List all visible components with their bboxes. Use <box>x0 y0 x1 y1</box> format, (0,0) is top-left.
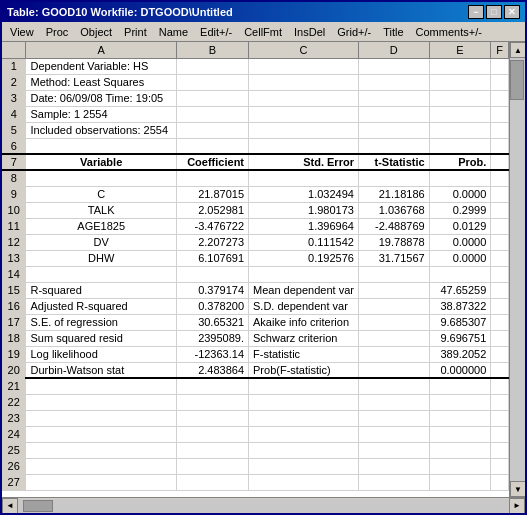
table-row: 4 Sample: 1 2554 <box>2 106 509 122</box>
table-row: 15 R-squared 0.379174 Mean dependent var… <box>2 282 509 298</box>
menu-item-name[interactable]: Name <box>153 24 194 40</box>
table-row: 16 Adjusted R-squared 0.378200 S.D. depe… <box>2 298 509 314</box>
title-controls: − □ ✕ <box>468 5 520 19</box>
table-row: 8 <box>2 170 509 186</box>
table-row: 26 <box>2 458 509 474</box>
table-row: 10 TALK 2.052981 1.980173 1.036768 0.299… <box>2 202 509 218</box>
column-header-row: 7 Variable Coefficient Std. Error t-Stat… <box>2 154 509 170</box>
title-text: Table: GOOD10 Workfile: DTGOOD\Untitled <box>7 6 233 18</box>
col-header-f: F <box>491 42 509 58</box>
scroll-down-button[interactable]: ▼ <box>510 481 525 497</box>
menu-item-cellfmt[interactable]: CellFmt <box>238 24 288 40</box>
col-header-a: A <box>26 42 176 58</box>
table-row: 6 <box>2 138 509 154</box>
scroll-left-button[interactable]: ◄ <box>2 498 18 514</box>
scroll-track-horizontal <box>18 499 509 513</box>
scroll-up-button[interactable]: ▲ <box>510 42 525 58</box>
menu-item-proc[interactable]: Proc <box>40 24 75 40</box>
table-row: 21 <box>2 378 509 394</box>
menu-item-view[interactable]: View <box>4 24 40 40</box>
main-window: Table: GOOD10 Workfile: DTGOOD\Untitled … <box>0 0 527 515</box>
menu-item-title[interactable]: Title <box>377 24 409 40</box>
scroll-thumb-vertical[interactable] <box>510 60 524 100</box>
maximize-button[interactable]: □ <box>486 5 502 19</box>
table-row: 13 DHW 6.107691 0.192576 31.71567 0.0000 <box>2 250 509 266</box>
table-row: 17 S.E. of regression 30.65321 Akaike in… <box>2 314 509 330</box>
table-row: 3 Date: 06/09/08 Time: 19:05 <box>2 90 509 106</box>
minimize-button[interactable]: − <box>468 5 484 19</box>
vertical-scrollbar[interactable]: ▲ ▼ <box>509 42 525 497</box>
table-row: 11 AGE1825 -3.476722 1.396964 -2.488769 … <box>2 218 509 234</box>
col-header-e: E <box>429 42 491 58</box>
table-row: 19 Log likelihood -12363.14 F-statistic … <box>2 346 509 362</box>
table-row: 9 C 21.87015 1.032494 21.18186 0.0000 <box>2 186 509 202</box>
col-header-c: C <box>249 42 359 58</box>
menu-bar: ViewProcObjectPrintNameEdit+/-CellFmtIns… <box>2 22 525 42</box>
table-row: 12 DV 2.207273 0.111542 19.78878 0.0000 <box>2 234 509 250</box>
menu-item-insdel[interactable]: InsDel <box>288 24 331 40</box>
table-row: 25 <box>2 442 509 458</box>
table-row: 24 <box>2 426 509 442</box>
table-row: 27 <box>2 474 509 490</box>
menu-item-edit[interactable]: Edit+/- <box>194 24 238 40</box>
menu-item-object[interactable]: Object <box>74 24 118 40</box>
menu-item-grid[interactable]: Grid+/- <box>331 24 377 40</box>
scroll-right-button[interactable]: ► <box>509 498 525 514</box>
scroll-track-vertical <box>510 58 525 481</box>
horizontal-scrollbar[interactable]: ◄ ► <box>2 497 525 513</box>
table-row: 14 <box>2 266 509 282</box>
table-row: 23 <box>2 410 509 426</box>
col-header-d: D <box>358 42 429 58</box>
table-row: 5 Included observations: 2554 <box>2 122 509 138</box>
table-row: 1 Dependent Variable: HS <box>2 58 509 74</box>
table-row: 2 Method: Least Squares <box>2 74 509 90</box>
col-header-b: B <box>176 42 248 58</box>
menu-item-print[interactable]: Print <box>118 24 153 40</box>
col-header-row: A B C D E F <box>2 42 509 58</box>
table-row: 20 Durbin-Watson stat 2.483864 Prob(F-st… <box>2 362 509 378</box>
table-row: 18 Sum squared resid 2395089. Schwarz cr… <box>2 330 509 346</box>
table-row: 22 <box>2 394 509 410</box>
menu-item-comments[interactable]: Comments+/- <box>410 24 488 40</box>
close-button[interactable]: ✕ <box>504 5 520 19</box>
scroll-thumb-horizontal[interactable] <box>23 500 53 512</box>
title-bar: Table: GOOD10 Workfile: DTGOOD\Untitled … <box>2 2 525 22</box>
